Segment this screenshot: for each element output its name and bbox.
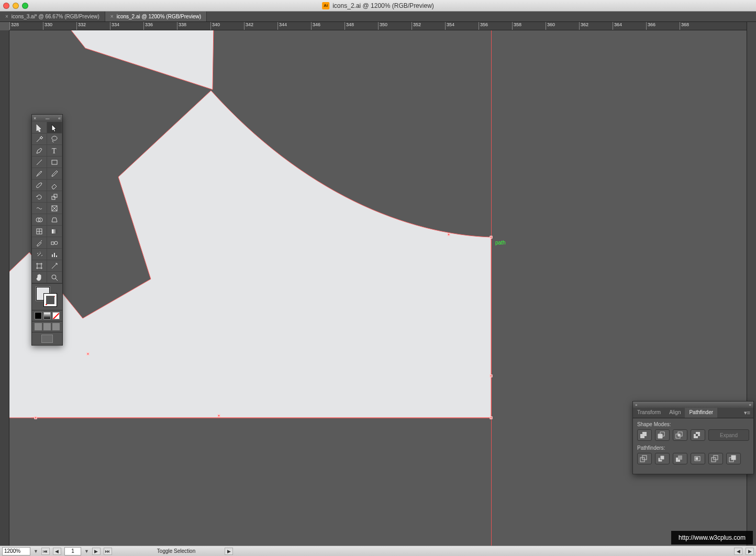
paintbrush-tool[interactable] — [32, 168, 47, 180]
artboard-number-input[interactable] — [64, 547, 81, 555]
vertical-guide[interactable] — [491, 30, 492, 546]
hscroll-left-button[interactable]: ◀ — [734, 548, 742, 555]
anchor-point[interactable] — [218, 415, 220, 417]
zoom-tool[interactable] — [47, 272, 62, 283]
gradient-tool[interactable] — [47, 226, 62, 237]
vector-shape[interactable] — [67, 30, 214, 90]
draw-inside-button[interactable] — [52, 323, 60, 330]
panel-menu-icon[interactable]: ▾≡ — [741, 408, 753, 418]
blob-brush-tool[interactable] — [32, 180, 47, 191]
color-mode-button[interactable] — [35, 312, 42, 319]
symbol-sprayer-tool[interactable] — [32, 249, 47, 260]
column-graph-tool[interactable] — [47, 249, 62, 260]
svg-line-2 — [37, 160, 42, 165]
rectangle-tool[interactable] — [47, 157, 62, 168]
panel-grip-icon[interactable]: •••• — [46, 116, 49, 121]
close-panel-icon[interactable]: × — [34, 116, 36, 121]
vector-shape-selected[interactable] — [9, 91, 491, 418]
collapse-panel-icon[interactable]: « — [58, 116, 61, 121]
pencil-tool[interactable] — [47, 168, 62, 180]
pathfinder-divide-button[interactable] — [637, 453, 652, 464]
shape-mode-intersect-button[interactable] — [673, 429, 687, 441]
panel-header[interactable]: × •••• « — [32, 115, 62, 122]
zoom-input[interactable] — [2, 547, 30, 555]
draw-behind-button[interactable] — [43, 323, 51, 330]
type-tool[interactable]: T — [47, 145, 62, 157]
ruler-tick: 336 — [143, 22, 153, 30]
ruler-tick: 330 — [43, 22, 52, 30]
line-tool[interactable] — [32, 157, 47, 168]
tools-panel[interactable]: × •••• « T — [31, 114, 63, 346]
tab-transform[interactable]: Transform — [633, 408, 665, 418]
ruler-tick: 342 — [244, 22, 253, 30]
selection-tool[interactable] — [32, 122, 47, 134]
zoom-dropdown-icon[interactable]: ▼ — [34, 549, 38, 554]
pathfinder-panel[interactable]: × « Transform Align Pathfinder ▾≡ Shape … — [632, 401, 754, 474]
tab-pathfinder[interactable]: Pathfinder — [685, 408, 717, 418]
gradient-mode-button[interactable] — [43, 312, 51, 319]
none-mode-button[interactable] — [52, 312, 60, 319]
magic-wand-tool[interactable] — [32, 134, 47, 145]
eyedropper-tool[interactable] — [32, 237, 47, 249]
close-tab-icon[interactable]: × — [5, 14, 8, 19]
lasso-tool[interactable] — [47, 134, 62, 145]
shape-mode-minus-front-button[interactable] — [655, 429, 670, 441]
stroke-swatch[interactable] — [43, 293, 57, 307]
document-tab[interactable]: × icons_3.ai* @ 66.67% (RGB/Preview) — [0, 12, 105, 21]
artboard-tool[interactable] — [32, 260, 47, 272]
hand-tool[interactable] — [32, 272, 47, 283]
anchor-point[interactable] — [490, 375, 493, 377]
vertical-ruler[interactable] — [0, 30, 9, 546]
svg-rect-16 — [37, 264, 41, 268]
hscroll-right-button[interactable]: ▶ — [746, 548, 754, 555]
last-artboard-button[interactable]: ⏭ — [104, 548, 112, 555]
next-artboard-button[interactable]: ▶ — [92, 548, 101, 555]
draw-normal-button[interactable] — [35, 323, 42, 330]
screen-mode-button[interactable] — [41, 335, 53, 343]
minimize-window-button[interactable] — [13, 3, 19, 9]
perspective-tool[interactable] — [47, 214, 62, 226]
status-menu-button[interactable]: ▶ — [225, 548, 233, 555]
shape-builder-tool[interactable] — [32, 214, 47, 226]
zoom-window-button[interactable] — [22, 3, 28, 9]
expand-button[interactable]: Expand — [708, 429, 749, 441]
close-panel-icon[interactable]: × — [635, 403, 638, 407]
direct-selection-tool[interactable] — [47, 122, 62, 134]
close-window-button[interactable] — [3, 3, 9, 9]
anchor-point[interactable] — [87, 353, 90, 355]
pathfinder-crop-button[interactable] — [691, 453, 705, 464]
collapse-panel-icon[interactable]: « — [749, 403, 751, 407]
pen-tool[interactable] — [32, 145, 47, 157]
pathfinder-outline-button[interactable] — [708, 453, 723, 464]
prev-artboard-button[interactable]: ◀ — [53, 548, 61, 555]
shape-mode-exclude-button[interactable] — [691, 429, 705, 441]
width-tool[interactable] — [32, 203, 47, 214]
ruler-tick: 358 — [512, 22, 521, 30]
warp-tool[interactable] — [47, 203, 62, 214]
status-hint: Toggle Selection — [157, 548, 195, 554]
panel-header[interactable]: × « — [633, 402, 753, 408]
anchor-point[interactable] — [448, 233, 450, 236]
close-tab-icon[interactable]: × — [110, 14, 114, 19]
blend-tool[interactable] — [47, 237, 62, 249]
first-artboard-button[interactable]: ⏮ — [41, 548, 50, 555]
slice-tool[interactable] — [47, 260, 62, 272]
artboard-dropdown-icon[interactable]: ▼ — [84, 549, 89, 554]
svg-rect-29 — [696, 458, 698, 460]
pathfinder-minus-back-button[interactable] — [726, 453, 741, 464]
anchor-point[interactable] — [490, 236, 493, 239]
pathfinder-merge-button[interactable] — [673, 453, 687, 464]
anchor-point[interactable] — [35, 417, 37, 419]
svg-rect-10 — [52, 229, 57, 233]
status-bar: ▼ ⏮ ◀ ▼ ▶ ⏭ Toggle Selection ▶ ◀ ▶ — [0, 546, 756, 556]
scale-tool[interactable] — [47, 191, 62, 203]
pathfinder-trim-button[interactable] — [655, 453, 670, 464]
rotate-tool[interactable] — [32, 191, 47, 203]
anchor-point[interactable] — [490, 417, 493, 419]
horizontal-ruler[interactable]: 3283303323343363383403423443463483503523… — [9, 22, 747, 30]
document-tab[interactable]: × icons_2.ai @ 1200% (RGB/Preview) — [105, 12, 207, 21]
tab-align[interactable]: Align — [665, 408, 685, 418]
shape-mode-unite-button[interactable] — [637, 429, 652, 441]
eraser-tool[interactable] — [47, 180, 62, 191]
mesh-tool[interactable] — [32, 226, 47, 237]
